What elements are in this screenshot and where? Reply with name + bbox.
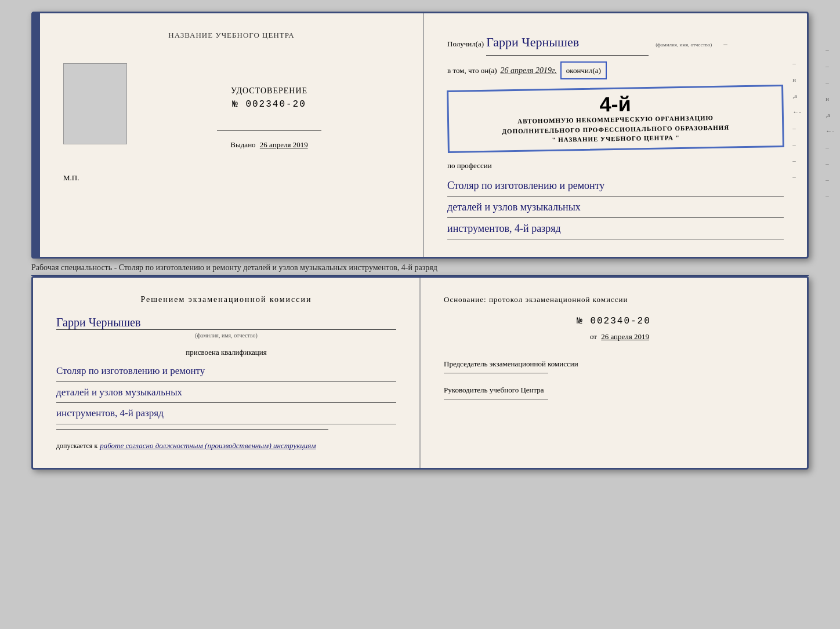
edge-i: и [792,76,801,83]
b-edge-dash-5: – [825,160,834,167]
protocol-block: № 002340-20 от 26 апреля 2019 [444,316,784,341]
rukovoditel-sign-line [444,399,548,399]
b-edge-dash-3: – [825,79,834,86]
vydano-date: 26 апреля 2019 [260,140,308,149]
resheniyem-title: Решением экзаменационной комиссии [56,295,396,304]
top-left-page: НАЗВАНИЕ УЧЕБНОГО ЦЕНТРА УДОСТОВЕРЕНИЕ №… [40,13,424,257]
ot-date: от 26 апреля 2019 [444,332,784,341]
qual-line1: Столяр по изготовлению и ремонту [56,361,396,382]
b-edge-dash-1: – [825,46,834,53]
recipient-name-top: Гарри Чернышев [486,31,649,56]
okonchil-box: окончил(а) [560,61,607,79]
subtitle-text: Рабочая специальность - Столяр по изгото… [31,259,809,276]
ot-label: от [590,332,597,341]
b-edge-dash-7: – [825,192,834,199]
top-booklet: НАЗВАНИЕ УЧЕБНОГО ЦЕНТРА УДОСТОВЕРЕНИЕ №… [31,12,809,259]
rukovoditel-block: Руководитель учебного Центра [444,385,784,399]
b-edge-i: и [825,95,834,102]
mp-label: М.П. [63,173,400,183]
stamp-block: 4-й АВТОНОМНУЮ НЕКОММЕРЧЕСКУЮ ОРГАНИЗАЦИ… [447,85,784,153]
predsedatel-label: Председатель экзаменационной комиссии [444,359,784,369]
vtom-label: в том, что он(а) [447,64,497,77]
bottom-divider [56,429,328,430]
dopuskaetsya-row: допускается к работе согласно должностны… [56,441,396,450]
bottom-name-block: Гарри Чернышев (фамилия, имя, отчество) [56,316,396,339]
photo-placeholder [63,63,127,144]
edge-dash-4: – [792,157,801,164]
po-professii-label: по профессии [447,159,784,172]
vtom-date: 26 апреля 2019г. [501,63,557,78]
divider-line-1 [217,130,321,131]
vtom-row: в том, что он(а) 26 апреля 2019г. окончи… [447,61,784,79]
edge-a: ,а [792,92,801,99]
poluchil-row: Получил(а) Гарри Чернышев (фамилия, имя,… [447,31,784,56]
ot-date-value: 26 апреля 2019 [601,332,649,341]
profession-line3-top: инструментов, 4-й разряд [447,218,784,239]
profession-line2-top: деталей и узлов музыкальных [447,197,784,218]
right-page-top: Получил(а) Гарри Чернышев (фамилия, имя,… [447,31,784,239]
fio-label-top: (фамилия, имя, отчество) [656,40,712,49]
top-left-header: НАЗВАНИЕ УЧЕБНОГО ЦЕНТРА [63,31,400,40]
edge-dash-2: – [792,125,801,132]
osnovanie-label: Основание: протокол экзаменационной коми… [444,295,784,304]
top-right-page: Получил(а) Гарри Чернышев (фамилия, имя,… [424,13,807,257]
dopuskaetsya-value: работе согласно должностным (производств… [100,441,316,450]
b-edge-dash-2: – [825,63,834,70]
photo-row: УДОСТОВЕРЕНИЕ № 002340-20 Выдано 26 апре… [63,63,400,156]
edge-arrow: ←- [792,108,801,115]
protocol-num: № 002340-20 [444,316,784,326]
right-edge-bottom: – – – и ,а ←- – – – – [825,46,834,199]
document-container: НАЗВАНИЕ УЧЕБНОГО ЦЕНТРА УДОСТОВЕРЕНИЕ №… [12,12,828,470]
b-edge-dash-4: – [825,144,834,151]
udostoverenie-title: УДОСТОВЕРЕНИЕ [231,86,307,96]
poluchil-label: Получил(а) [447,37,484,50]
udostoverenie-num: № 002340-20 [232,99,306,110]
prisvoena-label: присвоена квалификация [56,348,396,357]
qual-line3: инструментов, 4-й разряд [56,403,396,424]
qualification-block: Столяр по изготовлению и ремонту деталей… [56,361,396,424]
booklet-spine [33,13,40,257]
bottom-booklet: Решением экзаменационной комиссии Гарри … [31,276,809,470]
edge-dash-3: – [792,141,801,148]
edge-dash-1: – [792,60,801,67]
dopuskaetsya-label: допускается к [56,442,97,450]
bottom-right-page: Основание: протокол экзаменационной коми… [421,278,807,468]
b-edge-arrow: ←- [825,128,834,134]
recipient-name-bottom: Гарри Чернышев [56,316,396,330]
profession-block-top: Столяр по изготовлению и ремонту деталей… [447,175,784,239]
bottom-left-page: Решением экзаменационной комиссии Гарри … [33,278,421,468]
fio-label-bottom: (фамилия, имя, отчество) [56,332,396,339]
b-edge-dash-6: – [825,176,834,183]
edge-dash-5: – [792,173,801,180]
qual-line2: деталей и узлов музыкальных [56,382,396,403]
left-text-block: УДОСТОВЕРЕНИЕ № 002340-20 Выдано 26 апре… [139,86,400,150]
predsedatel-sign-line [444,373,548,373]
dash-1: – [723,37,727,50]
right-edge-top: – и ,а ←- – – – – [792,60,801,180]
vydano-label: Выдано [230,140,255,149]
vydano-row: Выдано 26 апреля 2019 [230,140,307,150]
b-edge-a: ,а [825,111,834,118]
rukovoditel-label: Руководитель учебного Центра [444,385,784,395]
predsedatel-block: Председатель экзаменационной комиссии [444,359,784,373]
profession-line1-top: Столяр по изготовлению и ремонту [447,175,784,197]
